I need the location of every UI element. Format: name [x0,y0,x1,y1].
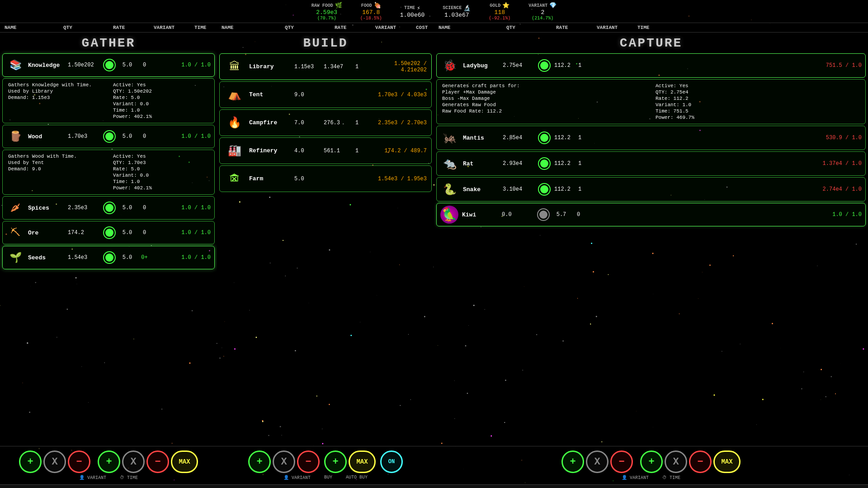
build-col-rate: RATE [335,25,362,30]
wood-time: 1.0 / 1.0 [181,133,211,140]
gather-time-plus-btn[interactable]: + [98,450,120,473]
build-variant-x-btn[interactable]: X [273,450,295,473]
capture-ladybug-row[interactable]: 🐞 Ladybug 2.75e4 112.2 1 751.5 / 1.0 [436,53,866,78]
build-library-row[interactable]: 🏛 Library 1.15e3 1.34e7 1 1.50e202 / 4.2… [219,53,432,80]
gather-time-max-btn[interactable]: MAX [171,450,198,473]
refinery-cost: 174.2 / 489.7 [384,148,427,154]
seeds-rate-btn[interactable] [103,251,116,264]
farm-name: Farm [249,175,290,182]
wood-active: Active: Yes [113,154,209,159]
build-farm-row[interactable]: 🏚 Farm 5.0 1.54e3 / 1.95e3 [219,165,432,192]
spices-rate-btn[interactable] [103,202,116,214]
gather-variant-plus-btn[interactable]: + [19,450,42,473]
capture-time-max-btn[interactable]: MAX [713,450,741,473]
spices-variant: 0 [139,205,150,211]
ladybug-variant: 1 [574,62,585,69]
build-buy-max-btn[interactable]: MAX [349,450,376,473]
gather-variant-minus-btn[interactable]: − [68,450,90,473]
bottom-controls: + X − + X − MAX 👤 VARIANT ⏱ TIME + X − [0,446,868,484]
ladybug-time-info: Time: 751.5 [656,108,860,114]
kiwi-qty: 0.0 [502,211,533,218]
ladybug-rate-btn[interactable] [538,59,551,72]
knowledge-active: Active: Yes [113,82,209,88]
time-icon: ⚡ [417,5,420,12]
build-variant-minus-btn[interactable]: − [297,450,320,473]
capture-variant-x-btn[interactable]: X [586,450,609,473]
wood-variant-info: Variant: 0.0 [113,173,209,178]
capture-snake-row[interactable]: 🐍 Snake 3.10e4 112.2 1 2.74e4 / 1.0 [436,177,866,202]
capture-time-plus-btn[interactable]: + [640,450,663,473]
ladybug-rate-info: Rate: 112.2 [656,96,860,101]
snake-rate-btn[interactable] [538,183,551,196]
knowledge-rate-btn[interactable] [103,59,116,71]
wood-info: Gathers Wood with Time. Used by Tent Dem… [2,150,215,195]
gather-spices-row[interactable]: 🌶 Spices 2.35e3 5.0 0 1.0 / 1.0 [2,196,215,220]
gather-time-label: ⏱ TIME [120,475,138,480]
food-icon: 🍖 [374,2,381,9]
capture-rat-row[interactable]: 🐀 Rat 2.93e4 112.2 1 1.37e4 / 1.0 [436,151,866,176]
build-variant-plus-btn[interactable]: + [248,450,271,473]
ladybug-info-1: Player +Max Damage [442,89,646,95]
wood-name: Wood [28,133,64,140]
knowledge-power-info: Power: 402.1% [113,114,209,119]
ladybug-active: Active: Yes [656,83,860,89]
ladybug-info: Generates craft parts for: Player +Max D… [436,79,866,124]
snake-icon: 🐍 [440,180,459,199]
ladybug-rate: 112.2 [554,62,571,69]
gather-wood-row[interactable]: 🪵 Wood 1.70e3 5.0 0 1.0 / 1.0 [2,125,215,148]
wood-power-info: Power: 402.1% [113,185,209,191]
spices-rate: 5.0 [119,205,135,211]
capture-col-time: TIME [637,25,665,30]
kiwi-rate-btn[interactable] [537,208,550,221]
gather-variant-x-btn[interactable]: X [43,450,66,473]
knowledge-qty: 1.50e202 [68,62,99,68]
capture-ctrl-labels: 👤 VARIANT ⏱ TIME [622,475,680,480]
gather-seeds-row[interactable]: 🌱 Seeds 1.54e3 5.0 0+ 1.0 / 1.0 [2,246,215,269]
science-icon: 🔬 [463,5,471,12]
build-autobuy-btn[interactable]: ON [380,450,403,473]
wood-rate-btn[interactable] [103,130,116,143]
seeds-variant: 0+ [139,254,150,261]
capture-mantis-row[interactable]: 🦗 Mantis 2.85e4 112.2 1 530.9 / 1.0 [436,126,866,150]
wood-info-left: Gathers Wood with Time. Used by Tent Dem… [8,154,104,191]
tent-cost: 1.70e3 / 4.03e3 [378,92,427,98]
mantis-time: 530.9 / 1.0 [826,135,862,141]
gather-time-x-btn[interactable]: X [122,450,145,473]
seeds-rate: 5.0 [119,254,135,261]
resource-food: FOOD 🍖 167.8 (-18.5%) [360,2,382,21]
ladybug-info-left: Generates craft parts for: Player +Max D… [442,83,646,120]
rawfood-value: 2.59e3 [316,9,337,16]
capture-time-label: ⏱ TIME [662,475,680,480]
capture-time-x-btn[interactable]: X [665,450,687,473]
ladybug-info-3: Generates Raw Food [442,102,646,108]
rat-rate: 112.2 [554,160,571,167]
build-campfire-row[interactable]: 🔥 Campfire 7.0 276.3 1 2.35e3 / 2.70e3 [219,109,432,136]
rat-rate-btn[interactable] [538,157,551,170]
build-buy-plus-btn[interactable]: + [324,450,347,473]
gather-col-variant: VARIANT [154,25,181,30]
food-change: (-18.5%) [360,16,382,21]
build-tent-row[interactable]: ⛺ Tent 9.0 1.70e3 / 4.03e3 [219,81,432,108]
mantis-rate-btn[interactable] [538,131,551,144]
time-label: TIME [404,5,415,10]
variant-value: 2 [541,9,544,16]
build-refinery-row[interactable]: 🏭 Refinery 4.0 561.1 1 174.2 / 489.7 [219,137,432,164]
ladybug-info-2: Boss -Max Damage [442,96,646,101]
knowledge-icon: 📚 [6,56,24,74]
rat-name: Rat [463,160,499,167]
knowledge-info: Gathers Knowledge with Time. Used by Lib… [2,78,215,123]
rawfood-label: RAW FOOD [311,3,333,8]
capture-variant-plus-btn[interactable]: + [561,450,584,473]
capture-kiwi-row[interactable]: 🦜 Kiwi 0.0 5.7 0 1.0 / 1.0 [436,203,866,226]
capture-time-minus-btn[interactable]: − [689,450,712,473]
mantis-icon: 🦗 [440,128,459,147]
gather-knowledge-row[interactable]: 📚 Knowledge 1.50e202 5.0 0 1.0 / 1.0 [2,53,215,77]
science-label: SCIENCE [443,5,462,10]
gather-time-minus-btn[interactable]: − [146,450,169,473]
navigation-bar: ☰ ⚙ ◀ 🏠 ▶ ⊞ 👤 59.3 [0,484,868,488]
wood-info-right: Active: Yes QTY: 1.70e3 Rate: 5.0 Varian… [113,154,209,191]
build-variant-label: 👤 VARIANT [283,475,311,480]
ore-rate-btn[interactable] [103,226,116,239]
gather-ore-row[interactable]: ⛏ Ore 174.2 5.0 0 1.0 / 1.0 [2,221,215,244]
capture-variant-minus-btn[interactable]: − [610,450,633,473]
